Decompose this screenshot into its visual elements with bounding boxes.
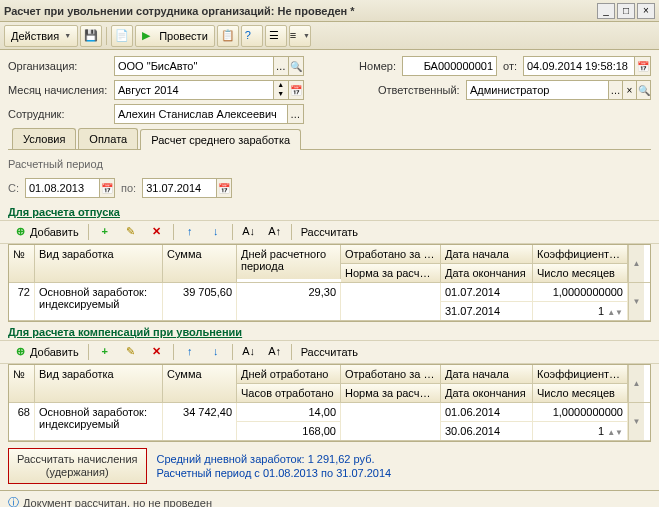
col-date-end[interactable]: Дата окончания — [441, 384, 533, 402]
col-norm[interactable]: Норма за расчет... — [341, 264, 441, 282]
period-from-input[interactable] — [26, 182, 99, 194]
number-input[interactable] — [403, 60, 496, 72]
maximize-button[interactable]: □ — [617, 3, 635, 19]
scroll-up[interactable]: ▲ — [628, 245, 644, 282]
ellipsis-button[interactable]: … — [608, 81, 622, 99]
col-hours[interactable]: Часов отработано — [237, 384, 341, 402]
col-months[interactable]: Число месяцев — [533, 384, 628, 402]
help-button[interactable]: ? — [241, 25, 263, 47]
search-button[interactable]: 🔍 — [288, 57, 303, 75]
col-num[interactable]: № — [9, 365, 35, 402]
tab-conditions[interactable]: Условия — [12, 128, 76, 149]
col-norm[interactable]: Норма за расчет... — [341, 384, 441, 402]
date-field[interactable]: 📅 — [523, 56, 651, 76]
col-worked[interactable]: Отработано за ра... — [341, 365, 441, 384]
ellipsis-button[interactable]: … — [287, 105, 303, 123]
col-days[interactable]: Дней отработано — [237, 365, 341, 384]
col-date-start[interactable]: Дата начала — [441, 365, 533, 384]
period-to-input[interactable] — [143, 182, 216, 194]
tab-payment[interactable]: Оплата — [78, 128, 138, 149]
col-days[interactable]: Дней расчетного периода — [237, 245, 341, 279]
move-down-button[interactable]: ↓ — [204, 222, 228, 242]
sort-asc-button[interactable]: A↓ — [237, 342, 261, 362]
col-num[interactable]: № — [9, 245, 35, 282]
report-button[interactable]: 📋 — [217, 25, 239, 47]
recalc-button[interactable]: Рассчитать — [296, 222, 363, 242]
employee-field[interactable]: … — [114, 104, 304, 124]
clear-button[interactable]: × — [622, 81, 636, 99]
responsible-field[interactable]: … × 🔍 — [466, 80, 651, 100]
ellipsis-button[interactable]: … — [273, 57, 288, 75]
actions-menu[interactable]: Действия ▼ — [4, 25, 78, 47]
edit-button[interactable]: ✎ — [119, 342, 143, 362]
col-months[interactable]: Число месяцев — [533, 264, 628, 282]
edit-button[interactable]: ✎ — [119, 222, 143, 242]
col-sum[interactable]: Сумма — [163, 365, 237, 402]
execute-button[interactable]: ▶ Провести — [135, 25, 215, 47]
scroll-down[interactable]: ▼ — [628, 283, 644, 320]
org-field[interactable]: … 🔍 — [114, 56, 304, 76]
minimize-button[interactable]: _ — [597, 3, 615, 19]
arrow-down-icon: ↓ — [209, 225, 223, 239]
recalc-button[interactable]: Рассчитать — [296, 342, 363, 362]
calendar-button[interactable]: 📅 — [216, 179, 231, 197]
close-button[interactable]: × — [637, 3, 655, 19]
sort-desc-button[interactable]: A↑ — [263, 222, 287, 242]
col-date-end[interactable]: Дата окончания — [441, 264, 533, 282]
tab-average-earnings[interactable]: Расчет среднего заработка — [140, 129, 301, 150]
period-from-field[interactable]: 📅 — [25, 178, 115, 198]
doc-button[interactable]: 📄 — [111, 25, 133, 47]
month-field[interactable]: ▲ ▼ 📅 — [114, 80, 304, 100]
scroll-down[interactable]: ▼ — [628, 403, 644, 440]
calendar-button[interactable]: 📅 — [634, 57, 650, 75]
cell-hours: 168,00 — [237, 422, 341, 440]
col-sum[interactable]: Сумма — [163, 245, 237, 282]
tree-button[interactable]: ☰ — [265, 25, 287, 47]
add-button[interactable]: ⊕Добавить — [8, 222, 84, 242]
delete-button[interactable]: ✕ — [145, 222, 169, 242]
cell-worked — [341, 283, 441, 320]
copy-button[interactable]: + — [93, 222, 117, 242]
sort-desc-icon: A↑ — [268, 225, 282, 239]
move-up-button[interactable]: ↑ — [178, 222, 202, 242]
responsible-input[interactable] — [467, 84, 608, 96]
spin-down-icon[interactable]: ▼ — [273, 90, 288, 99]
month-input[interactable] — [115, 84, 273, 96]
calendar-icon: 📅 — [637, 61, 649, 72]
search-button[interactable]: 🔍 — [636, 81, 650, 99]
add-button[interactable]: ⊕Добавить — [8, 342, 84, 362]
responsible-label: Ответственный: — [378, 84, 460, 96]
col-worked[interactable]: Отработано за ра... — [341, 245, 441, 264]
list-button[interactable]: ≡▼ — [289, 25, 311, 47]
sort-asc-button[interactable]: A↓ — [237, 222, 261, 242]
table-row[interactable]: 68 Основной заработок: индексируемый 34 … — [9, 403, 650, 441]
save-button[interactable]: 💾 — [80, 25, 102, 47]
col-type[interactable]: Вид заработка — [35, 245, 163, 282]
table-row[interactable]: 72 Основной заработок: индексируемый 39 … — [9, 283, 650, 321]
calendar-button[interactable]: 📅 — [288, 81, 303, 99]
copy-button[interactable]: + — [93, 342, 117, 362]
arrow-up-icon: ↑ — [183, 345, 197, 359]
move-down-button[interactable]: ↓ — [204, 342, 228, 362]
col-coef[interactable]: Коэффициент и... — [533, 245, 628, 264]
move-up-button[interactable]: ↑ — [178, 342, 202, 362]
delete-button[interactable]: ✕ — [145, 342, 169, 362]
col-date-start[interactable]: Дата начала — [441, 245, 533, 264]
floppy-icon: 💾 — [84, 29, 98, 43]
date-input[interactable] — [524, 60, 634, 72]
calendar-button[interactable]: 📅 — [99, 179, 114, 197]
sort-desc-button[interactable]: A↑ — [263, 342, 287, 362]
period-to-field[interactable]: 📅 — [142, 178, 232, 198]
month-spinner[interactable]: ▲ ▼ — [273, 81, 288, 99]
from-label: от: — [503, 60, 517, 72]
spin-up-icon[interactable]: ▲ — [273, 81, 288, 90]
col-coef[interactable]: Коэффициент и... — [533, 365, 628, 384]
scroll-up[interactable]: ▲ — [628, 365, 644, 402]
calculate-accruals-button[interactable]: Рассчитать начисления (удержания) — [8, 448, 147, 484]
org-input[interactable] — [115, 60, 273, 72]
cell-months: 1 ▲▼ — [533, 302, 628, 320]
number-field[interactable] — [402, 56, 497, 76]
employee-input[interactable] — [115, 108, 287, 120]
document-icon: 📄 — [115, 29, 129, 43]
col-type[interactable]: Вид заработка — [35, 365, 163, 402]
